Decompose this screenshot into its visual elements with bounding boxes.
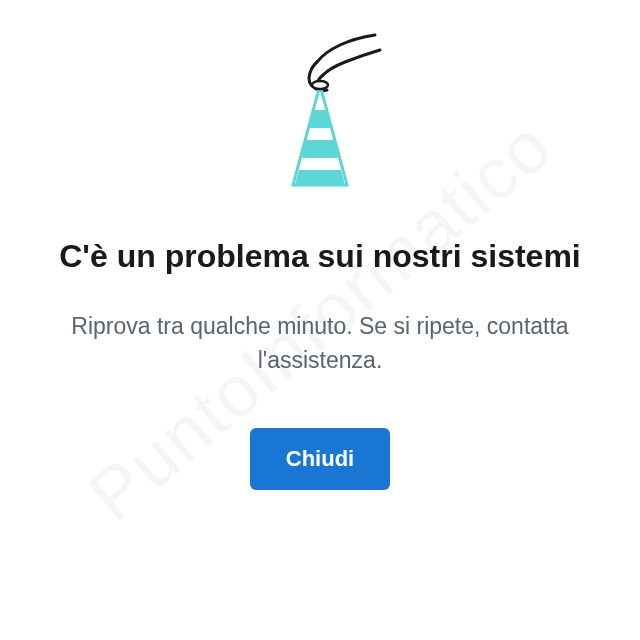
error-subtitle: Riprova tra qualche minuto. Se si ripete…	[60, 309, 580, 378]
error-title: C'è un problema sui nostri sistemi	[59, 234, 581, 279]
hand-cone-icon	[255, 30, 385, 194]
close-button[interactable]: Chiudi	[250, 428, 390, 490]
svg-point-0	[312, 81, 328, 89]
